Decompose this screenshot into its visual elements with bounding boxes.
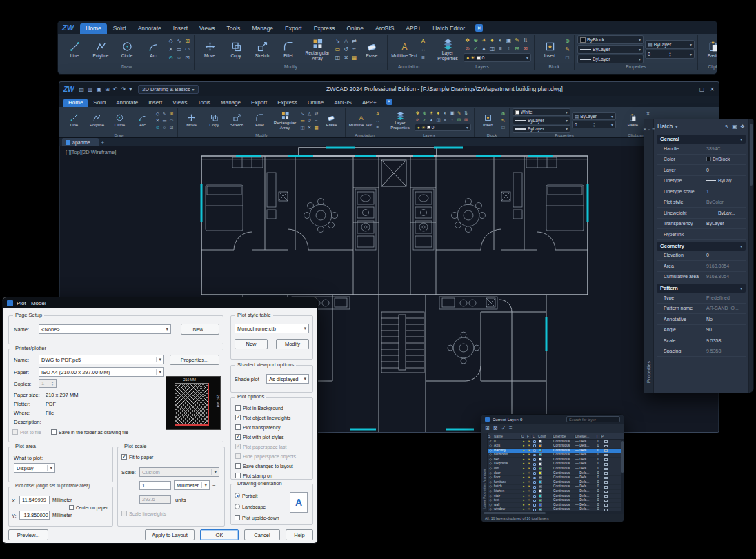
layer-lock-icon[interactable] bbox=[532, 463, 537, 466]
paste-button[interactable]: Paste bbox=[701, 41, 717, 58]
ribbon-close-icon[interactable]: ✕ bbox=[386, 99, 392, 105]
mini-tool-icon[interactable]: ⊠ bbox=[521, 45, 529, 52]
layer-lineweight[interactable]: — Defa... bbox=[575, 484, 595, 489]
page-setup-name-combo[interactable]: <None> bbox=[39, 324, 171, 334]
mini-tool-icon[interactable]: ✕ bbox=[306, 124, 312, 130]
qat-undo-icon[interactable]: ↶ bbox=[112, 86, 119, 92]
layer-plot-icon[interactable] bbox=[601, 454, 610, 457]
landscape-radio[interactable]: Landscape bbox=[235, 502, 266, 511]
ribbon-tab[interactable]: Hatch Editor bbox=[427, 23, 470, 34]
ribbon-tab[interactable]: Solid bbox=[108, 23, 132, 34]
layer-on-icon[interactable] bbox=[521, 489, 526, 494]
mini-tool-icon[interactable]: ✎ bbox=[500, 117, 506, 124]
transparency-spinner[interactable]: 0▲▼ bbox=[645, 50, 695, 59]
mini-tool-icon[interactable]: ↔ bbox=[419, 46, 427, 53]
plot-style-combo[interactable]: ▤ByLayer bbox=[645, 40, 695, 49]
ribbon-tab[interactable]: Manage bbox=[246, 23, 279, 34]
layer-color-cell[interactable] bbox=[537, 498, 553, 503]
plot-option-checkbox[interactable]: Plot in Background bbox=[235, 403, 311, 413]
panel-label[interactable]: Draw bbox=[61, 64, 192, 70]
layer-freeze-icon[interactable] bbox=[526, 494, 532, 499]
panel-label[interactable]: Modify bbox=[196, 64, 386, 70]
layer-transparency[interactable]: 0 bbox=[595, 471, 601, 476]
layer-transparency[interactable]: 0 bbox=[595, 503, 601, 508]
layer-color-cell[interactable] bbox=[537, 444, 553, 449]
help-button[interactable]: Help bbox=[286, 529, 313, 540]
layer-linetype[interactable]: Continuous bbox=[553, 475, 575, 480]
layer-plot-icon[interactable] bbox=[601, 449, 610, 452]
layer-lock-icon[interactable] bbox=[532, 486, 537, 489]
layer-plot-icon[interactable] bbox=[601, 477, 610, 480]
layer-lineweight[interactable]: — Defa... bbox=[575, 467, 595, 471]
layer-freeze-icon[interactable] bbox=[526, 467, 532, 471]
plot-option-checkbox[interactable]: Plot paperspace last bbox=[235, 442, 311, 451]
mini-tool-icon[interactable]: ↕ bbox=[449, 117, 455, 123]
mini-tool-icon[interactable]: ≡ bbox=[442, 117, 448, 123]
layer-plot-icon[interactable] bbox=[601, 495, 610, 498]
mini-tool-icon[interactable]: ❖ bbox=[464, 37, 471, 44]
erase-button[interactable]: Erase bbox=[359, 41, 384, 58]
layer-color-cell[interactable] bbox=[537, 471, 553, 476]
mini-tool-icon[interactable]: ↺ bbox=[306, 117, 312, 124]
layer-transparency[interactable]: 0 bbox=[595, 494, 601, 499]
layer-lineweight[interactable]: — Defa... bbox=[575, 498, 595, 503]
layer-on-icon[interactable] bbox=[521, 462, 526, 467]
rectangular-array-button[interactable]: Rectangular Array bbox=[272, 111, 298, 130]
layer-properties-button[interactable]: Layer Properties bbox=[433, 38, 462, 60]
layer-plot-icon[interactable] bbox=[601, 472, 610, 475]
layer-plot-icon[interactable] bbox=[601, 445, 610, 448]
layer-lock-icon[interactable] bbox=[532, 477, 537, 480]
offset-x-field[interactable]: 11.549999 bbox=[19, 496, 50, 504]
layer-linetype[interactable]: Continuous bbox=[553, 489, 575, 494]
ribbon-tab[interactable]: Online bbox=[303, 99, 328, 107]
layer-lineweight[interactable]: — Defa... bbox=[575, 480, 595, 485]
layer-lineweight[interactable]: — Defa... bbox=[575, 444, 595, 449]
qat-redo-icon[interactable]: ↷ bbox=[121, 86, 127, 92]
transparency-spinner[interactable]: 0▲▼ bbox=[572, 121, 616, 128]
circle-button[interactable]: Circle bbox=[115, 41, 139, 58]
scale-units-field[interactable]: 293.6 bbox=[139, 495, 171, 504]
delete-layer-icon[interactable]: ⊠ bbox=[493, 425, 498, 431]
erase-button[interactable]: Erase bbox=[321, 113, 342, 128]
linetype-combo[interactable]: ByLayer bbox=[577, 45, 644, 54]
property-row[interactable]: Transparency ByLayer bbox=[657, 219, 746, 230]
set-current-icon[interactable]: ✓ bbox=[501, 425, 506, 431]
property-row[interactable]: Pattern name AR-SAND_O... bbox=[657, 304, 746, 315]
plot-dialog-title-bar[interactable]: Plot - Model bbox=[3, 297, 317, 308]
fit-to-paper-checkbox[interactable]: Fit to paper bbox=[121, 452, 153, 462]
layer-lock-icon[interactable] bbox=[532, 440, 537, 443]
mini-tool-icon[interactable]: ◐ bbox=[497, 37, 504, 44]
shade-plot-combo[interactable]: As displayed bbox=[266, 374, 309, 384]
mini-tool-icon[interactable]: ○ bbox=[161, 124, 168, 130]
plot-style-combo[interactable]: Monochrome.ctb bbox=[235, 324, 309, 333]
palette-scrollbar[interactable] bbox=[748, 119, 753, 393]
style-new-button[interactable]: New bbox=[235, 339, 268, 349]
mini-tool-icon[interactable]: ⇅ bbox=[463, 110, 469, 116]
layer-transparency[interactable]: 0 bbox=[595, 484, 601, 489]
ribbon-tab[interactable]: APP+ bbox=[400, 23, 426, 34]
layer-plot-icon[interactable] bbox=[601, 468, 610, 471]
property-row[interactable]: Angle 90 bbox=[657, 325, 746, 336]
layer-lock-icon[interactable] bbox=[532, 504, 537, 507]
layer-on-icon[interactable] bbox=[521, 458, 526, 462]
layer-color-cell[interactable] bbox=[537, 458, 553, 462]
mini-tool-icon[interactable]: ⇄ bbox=[313, 110, 319, 117]
layer-on-icon[interactable] bbox=[521, 440, 526, 444]
multiline-text-button[interactable]: Multiline Text bbox=[348, 113, 373, 128]
layer-manager-title-bar[interactable]: Current Layer: 0 bbox=[481, 415, 624, 424]
arc-button[interactable]: Arc bbox=[141, 41, 166, 58]
mini-tool-icon[interactable]: ⊞ bbox=[513, 45, 521, 52]
mini-tool-icon[interactable]: ▲ bbox=[480, 45, 488, 52]
layer-color-cell[interactable] bbox=[537, 484, 553, 489]
mini-tool-icon[interactable]: ▭ bbox=[175, 46, 183, 53]
mini-tool-icon[interactable]: ✎ bbox=[564, 46, 571, 53]
layer-plot-icon[interactable] bbox=[601, 486, 610, 489]
mini-tool-icon[interactable]: ◫ bbox=[334, 54, 341, 61]
portrait-radio[interactable]: Portrait bbox=[235, 491, 258, 500]
layer-color-cell[interactable] bbox=[537, 449, 553, 453]
close-button[interactable]: ✕ bbox=[710, 86, 715, 92]
mini-tool-icon[interactable]: ⊡ bbox=[183, 54, 191, 61]
plot-option-checkbox[interactable]: Hide paperspace objects bbox=[235, 451, 311, 461]
move-button[interactable]: Move bbox=[181, 113, 202, 128]
mini-tool-icon[interactable]: ▣ bbox=[505, 37, 513, 44]
